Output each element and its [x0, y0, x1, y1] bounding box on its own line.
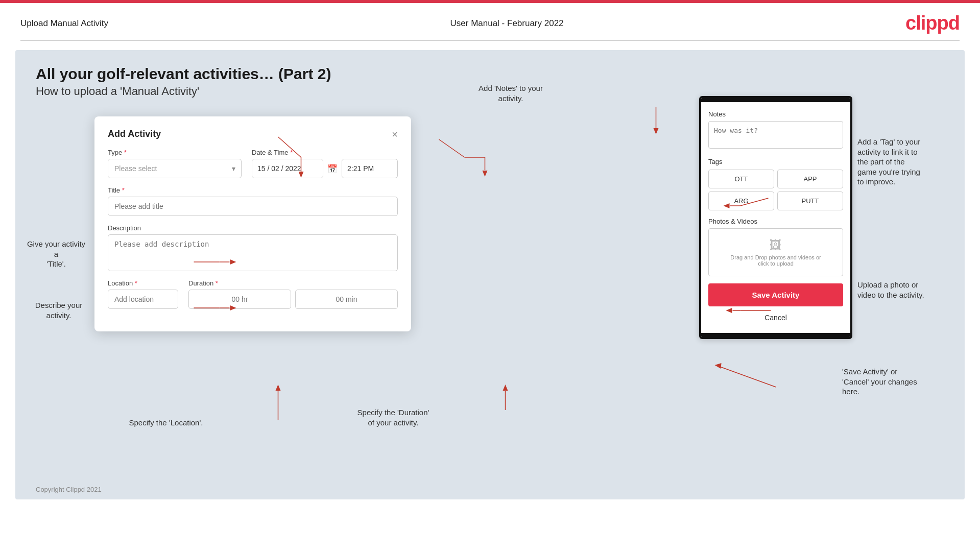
form-group-datetime: Date & Time * 📅 — [252, 149, 398, 178]
annotation-describe: Describe your activity. — [26, 300, 92, 320]
phone-top-bar — [701, 98, 850, 102]
header-center-label: User Manual - February 2022 — [450, 18, 564, 29]
annotation-upload: Upload a photo or video to the activity. — [857, 280, 960, 300]
phone-inner: Notes Tags OTT APP ARG PUTT Photos & Vid… — [701, 102, 850, 333]
annotation-location: Specify the 'Location'. — [128, 418, 204, 428]
annotation-duration: Specify the 'Duration' of your activity. — [342, 408, 444, 427]
location-label: Location * — [108, 279, 178, 287]
duration-group — [188, 290, 398, 309]
date-input[interactable] — [252, 159, 323, 178]
description-label: Description — [108, 224, 398, 232]
annotation-save: 'Save Activity' or 'Cancel' your changes… — [842, 367, 960, 397]
copyright: Copyright Clippd 2021 — [36, 486, 102, 493]
cancel-link[interactable]: Cancel — [708, 312, 843, 326]
location-input[interactable] — [108, 290, 178, 309]
phone-panel: Notes Tags OTT APP ARG PUTT Photos & Vid… — [699, 96, 852, 339]
annotation-tag: Add a 'Tag' to your activity to link it … — [857, 137, 960, 187]
description-textarea[interactable] — [108, 234, 398, 271]
svg-marker-9 — [276, 385, 281, 391]
dialog-header: Add Activity × — [108, 129, 398, 139]
tag-btn-ott[interactable]: OTT — [708, 170, 774, 188]
type-select[interactable]: Please select — [108, 159, 242, 178]
photos-label: Photos & Videos — [708, 218, 843, 225]
tag-btn-app[interactable]: APP — [777, 170, 843, 188]
svg-marker-13 — [654, 128, 659, 134]
calendar-icon: 📅 — [327, 164, 338, 174]
type-label: Type * — [108, 149, 242, 156]
form-row-type-datetime: Type * Please select Date & Time * 📅 — [108, 149, 398, 178]
form-group-location: Location * — [108, 279, 178, 309]
tags-label: Tags — [708, 158, 843, 165]
form-group-title: Title * — [108, 186, 398, 216]
notes-label: Notes — [708, 110, 843, 118]
save-activity-button[interactable]: Save Activity — [708, 283, 843, 306]
annotation-give-title: Give your activity a 'Title'. — [26, 239, 87, 269]
form-row-location-duration: Location * Duration * — [108, 279, 398, 309]
header: Upload Manual Activity User Manual - Feb… — [0, 3, 980, 40]
upload-icon: 🖼 — [714, 238, 838, 252]
tag-btn-putt[interactable]: PUTT — [777, 191, 843, 210]
form-group-type: Type * Please select — [108, 149, 242, 178]
notes-textarea[interactable] — [708, 121, 843, 149]
svg-line-2 — [439, 139, 465, 157]
tags-grid: OTT APP ARG PUTT — [708, 170, 843, 210]
main-content: All your golf-relevant activities… (Part… — [15, 50, 965, 499]
svg-marker-11 — [503, 385, 508, 391]
form-group-duration: Duration * — [188, 279, 398, 309]
photos-upload-box[interactable]: 🖼 Drag and Drop photos and videos or cli… — [708, 228, 843, 276]
tag-btn-arg[interactable]: ARG — [708, 191, 774, 210]
duration-min-input[interactable] — [295, 290, 398, 309]
upload-text: Drag and Drop photos and videos or click… — [714, 254, 838, 267]
svg-marker-3 — [483, 171, 488, 177]
dialog-close-button[interactable]: × — [392, 129, 398, 139]
dialog-title: Add Activity — [108, 129, 161, 139]
duration-hr-input[interactable] — [188, 290, 291, 309]
svg-line-18 — [720, 367, 776, 387]
svg-marker-19 — [715, 363, 722, 369]
header-left-label: Upload Manual Activity — [20, 18, 108, 29]
page-title: All your golf-relevant activities… (Part… — [36, 65, 944, 83]
duration-label: Duration * — [188, 279, 398, 287]
annotation-notes: Add 'Notes' to your activity. — [460, 83, 562, 103]
datetime-label: Date & Time * — [252, 149, 398, 156]
phone-bottom-bar — [701, 333, 850, 337]
footer: Copyright Clippd 2021 — [36, 486, 102, 493]
add-activity-dialog: Add Activity × Type * Please select Date… — [94, 116, 411, 331]
time-input[interactable] — [342, 159, 398, 178]
header-logo: clippd — [905, 12, 960, 34]
title-input[interactable] — [108, 197, 398, 216]
type-select-wrapper: Please select — [108, 159, 242, 178]
form-group-description: Description — [108, 224, 398, 271]
header-divider — [20, 40, 960, 41]
title-label: Title * — [108, 186, 398, 194]
date-time-group: 📅 — [252, 159, 398, 178]
